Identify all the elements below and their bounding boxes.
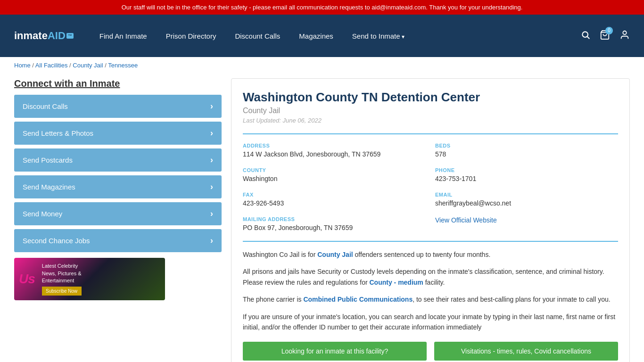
arrow-icon: › bbox=[210, 236, 213, 246]
desc-para-2: All prisons and jails have Security or C… bbox=[243, 266, 618, 288]
site-logo[interactable]: inmateAID™ bbox=[14, 30, 74, 42]
advertisement: Us Latest CelebrityNews, Pictures &Enter… bbox=[14, 258, 165, 300]
arrow-icon: › bbox=[210, 128, 213, 138]
bottom-buttons: Looking for an inmate at this facility? … bbox=[243, 342, 618, 361]
arrow-icon: › bbox=[210, 101, 213, 111]
sidebar-btn-send-magazines[interactable]: Send Magazines › bbox=[14, 175, 222, 198]
info-fax: FAX 423-926-5493 bbox=[243, 192, 426, 207]
info-beds: BEDS 578 bbox=[435, 143, 618, 158]
site-header: inmateAID™ Find An Inmate Prison Directo… bbox=[0, 15, 644, 57]
svg-point-3 bbox=[623, 31, 626, 34]
county-jail-link[interactable]: County Jail bbox=[317, 251, 353, 258]
main-content: Washington County TN Detention Center Co… bbox=[231, 78, 630, 362]
nav-discount-calls[interactable]: Discount Calls bbox=[228, 27, 287, 45]
facility-type: County Jail bbox=[243, 107, 618, 115]
svg-point-0 bbox=[582, 32, 588, 37]
search-icon[interactable] bbox=[581, 30, 590, 42]
svg-line-1 bbox=[587, 36, 590, 39]
nav-find-inmate[interactable]: Find An Inmate bbox=[92, 27, 154, 45]
phone-carrier-link[interactable]: Combined Public Communications bbox=[303, 296, 413, 303]
info-mailing: MAILING ADDRESS PO Box 97, Jonesborough,… bbox=[243, 216, 426, 231]
alert-banner: Our staff will not be in the office for … bbox=[0, 0, 644, 15]
cart-count: 0 bbox=[605, 27, 613, 34]
cart-icon[interactable]: 0 bbox=[600, 30, 610, 42]
arrow-icon: › bbox=[210, 155, 213, 165]
desc-para-4: If you are unsure of your inmate's locat… bbox=[243, 312, 618, 333]
main-nav: Find An Inmate Prison Directory Discount… bbox=[92, 27, 581, 45]
sidebar-btn-send-postcards[interactable]: Send Postcards › bbox=[14, 148, 222, 172]
info-email: EMAIL sheriffgraybeal@wcso.net bbox=[435, 192, 618, 207]
main-container: Connect with an Inmate Discount Calls › … bbox=[0, 74, 644, 362]
website-link[interactable]: View Official Website bbox=[435, 216, 497, 224]
sidebar-btn-send-money[interactable]: Send Money › bbox=[14, 202, 222, 225]
info-county: COUNTY Washington bbox=[243, 167, 426, 182]
nav-magazines[interactable]: Magazines bbox=[292, 27, 340, 45]
facility-info-grid: ADDRESS 114 W Jackson Blvd, Jonesborough… bbox=[243, 133, 618, 231]
ad-subscribe-button[interactable]: Subscribe Now bbox=[42, 287, 82, 296]
breadcrumb: Home / All Facilities / County Jail / Te… bbox=[0, 57, 644, 74]
nav-send-to-inmate[interactable]: Send to Inmate bbox=[345, 27, 412, 45]
header-icons: 0 bbox=[581, 30, 630, 42]
breadcrumb-county-jail[interactable]: County Jail bbox=[73, 62, 103, 69]
facility-updated: Last Updated: June 06, 2022 bbox=[243, 117, 618, 124]
facility-description: Washington Co Jail is for County Jail of… bbox=[243, 241, 618, 332]
breadcrumb-tennessee[interactable]: Tennessee bbox=[108, 62, 138, 69]
desc-para-1: Washington Co Jail is for County Jail of… bbox=[243, 249, 618, 260]
breadcrumb-home[interactable]: Home bbox=[14, 62, 31, 69]
user-icon[interactable] bbox=[619, 30, 630, 42]
find-inmate-button[interactable]: Looking for an inmate at this facility? bbox=[243, 342, 427, 361]
nav-prison-directory[interactable]: Prison Directory bbox=[159, 27, 223, 45]
sidebar-btn-second-chance-jobs[interactable]: Second Chance Jobs › bbox=[14, 229, 222, 252]
county-medium-link[interactable]: County - medium bbox=[369, 279, 423, 286]
visitation-button[interactable]: Visitations - times, rules, Covid cancel… bbox=[434, 342, 618, 361]
sidebar: Connect with an Inmate Discount Calls › … bbox=[14, 78, 222, 362]
info-website: View Official Website bbox=[435, 216, 618, 231]
facility-card: Washington County TN Detention Center Co… bbox=[231, 78, 630, 362]
info-phone: PHONE 423-753-1701 bbox=[435, 167, 618, 182]
breadcrumb-all-facilities[interactable]: All Facilities bbox=[35, 62, 68, 69]
sidebar-btn-discount-calls[interactable]: Discount Calls › bbox=[14, 95, 222, 118]
desc-para-3: The phone carrier is Combined Public Com… bbox=[243, 294, 618, 304]
sidebar-btn-send-letters[interactable]: Send Letters & Photos › bbox=[14, 122, 222, 145]
info-address: ADDRESS 114 W Jackson Blvd, Jonesborough… bbox=[243, 143, 426, 158]
facility-title: Washington County TN Detention Center bbox=[243, 90, 618, 105]
sidebar-title: Connect with an Inmate bbox=[14, 78, 222, 89]
arrow-icon: › bbox=[210, 209, 213, 219]
arrow-icon: › bbox=[210, 182, 213, 192]
